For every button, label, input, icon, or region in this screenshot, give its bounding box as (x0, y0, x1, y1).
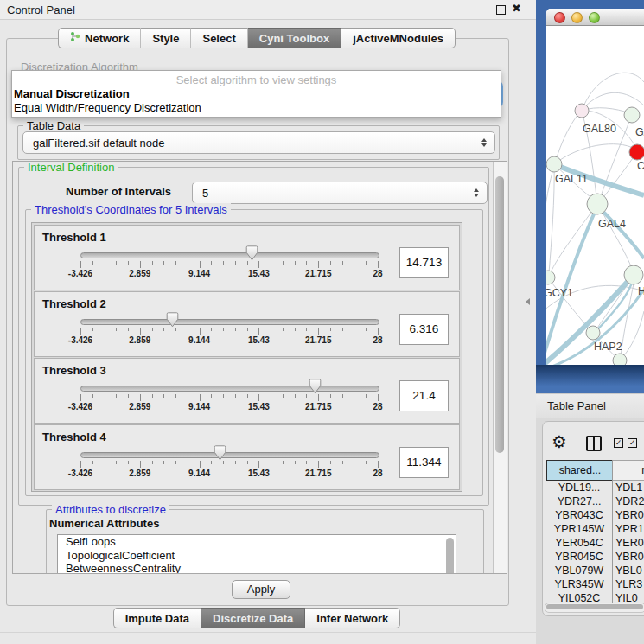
zoom-traffic-icon[interactable] (589, 12, 600, 23)
table-row[interactable]: YIL052CYIL0 (547, 591, 644, 603)
node-gal11[interactable] (546, 156, 562, 172)
scrollbar-thumb[interactable] (495, 176, 504, 453)
slider-thumb[interactable] (245, 245, 258, 264)
table-row[interactable]: YDR27...YDR2 (547, 494, 644, 508)
float-window-icon[interactable] (496, 5, 506, 15)
table-row[interactable]: YBL079WYBL0 (547, 564, 644, 577)
tab-select[interactable]: Select (191, 28, 247, 48)
slider-tick (235, 461, 236, 464)
slider-tick (318, 261, 319, 268)
attribute-list-item[interactable]: SelfLoops (58, 535, 456, 549)
table-row[interactable]: YBR045CYBR0 (547, 550, 644, 564)
control-panel-titlebar: Control Panel ✖ (0, 0, 536, 20)
column-header-name[interactable]: name (612, 460, 644, 481)
tab-cyni-toolbox[interactable]: Cyni Toolbox (248, 28, 341, 48)
tab-jactivemnodules[interactable]: jActiveMNodules (341, 28, 456, 48)
slider-thumb[interactable] (166, 312, 179, 330)
table-row[interactable]: YER054CYER0 (547, 536, 644, 550)
splitter-collapse-icon[interactable] (526, 298, 530, 305)
network-canvas[interactable]: GAL80GAGAL11CGAL4GCY1HHAP2 (546, 25, 644, 365)
network-edge[interactable] (582, 73, 644, 111)
slider-tick-label: -3.426 (54, 269, 106, 278)
network-window-titlebar[interactable] (546, 9, 644, 26)
numerical-attributes-list[interactable]: SelfLoopsTopologicalCoefficientBetweenne… (57, 534, 456, 574)
node-bottom[interactable] (613, 354, 627, 365)
table-panel-title: Table Panel (547, 399, 606, 412)
number-of-intervals-combobox[interactable]: 5 (192, 182, 488, 204)
algorithm-option[interactable]: Manual Discretization (14, 87, 130, 100)
slider-tick (258, 261, 259, 268)
network-edge[interactable] (549, 164, 554, 273)
slider-tick (342, 328, 343, 331)
table-row[interactable]: YDL19...YDL1 (547, 481, 644, 494)
threshold-value-field[interactable]: 14.713 (399, 247, 449, 278)
checked-checkbox-icon[interactable]: ✓ (614, 438, 623, 448)
threshold-value-field[interactable]: 6.316 (399, 314, 449, 345)
tab-impute-data[interactable]: Impute Data (113, 608, 201, 628)
node-gcy1[interactable] (546, 271, 555, 284)
slider-tick (188, 328, 188, 331)
node-gal80[interactable] (575, 104, 589, 118)
slider-tick (175, 461, 176, 464)
slider-thumb[interactable] (214, 445, 226, 463)
network-frame-bottom (536, 365, 644, 393)
slider-track[interactable] (80, 452, 379, 458)
node-top-right[interactable] (624, 107, 640, 123)
checked-checkbox-icon[interactable]: ✓ (628, 438, 637, 448)
table-row[interactable]: YPR145WYPR1 (547, 522, 644, 536)
table-row[interactable]: YBR043CYBR0 (547, 508, 644, 522)
table-rows: YDL19...YDL1YDR27...YDR2YBR043CYBR0YPR14… (547, 481, 644, 603)
horizontal-scrollbar[interactable] (545, 603, 644, 613)
column-header-shared-[interactable]: shared... (546, 460, 614, 481)
threshold-value-field[interactable]: 21.4 (399, 380, 449, 411)
table-data-combobox[interactable]: galFiltered.sif default node (22, 131, 495, 154)
tab-discretize-data[interactable]: Discretize Data (201, 608, 305, 628)
slider-tick-label: 21.715 (292, 469, 344, 478)
node-label: GAL11 (555, 173, 588, 185)
close-traffic-icon[interactable] (554, 12, 565, 23)
slider-tick (140, 461, 141, 468)
slider-tick-label: 2.859 (114, 335, 166, 345)
attribute-list-item[interactable]: BetweennessCentrality (58, 562, 456, 574)
slider-track[interactable] (80, 386, 379, 392)
list-scrollbar-thumb[interactable] (446, 538, 454, 574)
combo-stepper-icon (481, 138, 487, 147)
minimize-traffic-icon[interactable] (571, 12, 583, 23)
vertical-scrollbar[interactable] (493, 162, 507, 573)
slider-tick (152, 394, 153, 398)
node-gal4[interactable] (587, 194, 608, 214)
slider-thumb[interactable] (309, 379, 322, 397)
node-label: HAP2 (594, 341, 622, 353)
tab-style[interactable]: Style (141, 28, 191, 48)
node-red[interactable] (629, 144, 644, 160)
slider-track[interactable] (80, 319, 379, 325)
cell-shared-name: YIL052C (547, 591, 611, 603)
columns-icon[interactable] (586, 436, 602, 451)
slider-tick (211, 461, 212, 464)
tab-network[interactable]: Network (58, 28, 141, 48)
slider-tick (188, 461, 188, 464)
slider-tick (318, 328, 319, 335)
slider-tick-label: 28 (352, 402, 404, 411)
slider-track[interactable] (80, 252, 379, 258)
cell-shared-name: YBL079W (547, 564, 611, 577)
network-edge[interactable] (554, 144, 634, 164)
node-hap2[interactable] (586, 326, 600, 340)
slider-tick (175, 394, 176, 398)
slider-tick (306, 261, 307, 265)
gear-icon[interactable]: ⚙ (552, 431, 567, 452)
tab-infer-network[interactable]: Infer Network (305, 608, 400, 628)
attribute-list-item[interactable]: TopologicalCoefficient (58, 549, 456, 563)
algorithm-option[interactable]: Equal Width/Frequency Discretization (14, 101, 201, 114)
apply-button[interactable]: Apply (232, 580, 290, 599)
threshold-label: Threshold 4 (42, 430, 106, 443)
node-right-h[interactable] (624, 265, 643, 284)
close-icon[interactable]: ✖ (512, 2, 521, 15)
scrollbar-thumb[interactable] (546, 604, 643, 609)
network-edge[interactable] (598, 207, 644, 258)
threshold-value-field[interactable]: 11.344 (399, 447, 449, 478)
node-label: GAL4 (598, 218, 626, 230)
slider-tick-label: 28 (352, 469, 404, 478)
table-row[interactable]: YLR345WYLR3 (547, 577, 644, 591)
slider-tick (200, 394, 201, 401)
